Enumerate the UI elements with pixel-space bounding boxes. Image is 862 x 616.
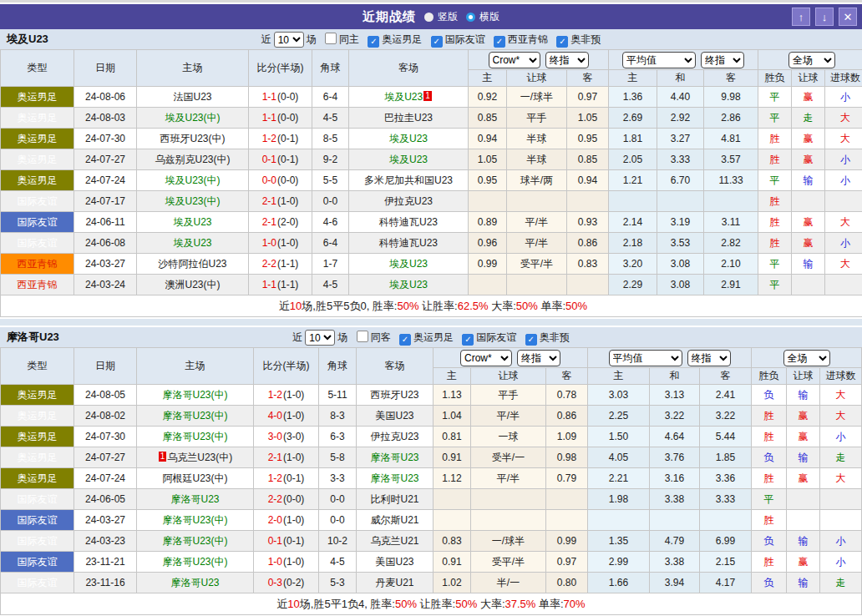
- handicap-odds-cell: 平/半: [507, 233, 567, 254]
- europe-odds-cell: 4.64: [650, 427, 700, 447]
- handicap-stage-select[interactable]: 终指: [545, 52, 589, 68]
- scroll-up-button[interactable]: ↑: [792, 8, 810, 26]
- europe-odds-cell: 3.27: [657, 129, 704, 149]
- result-cell: 小: [820, 427, 862, 447]
- fulltime-score: 4-0: [268, 410, 282, 422]
- handicap-odds-header: Crow*终指: [469, 50, 609, 70]
- corner-score: 5-8: [319, 447, 357, 468]
- match-date: 24-07-30: [74, 129, 137, 149]
- handicap-odds-cell: 0.85: [469, 108, 507, 129]
- title-bar: 近期战绩 竖版 横版 ↑ ↓ ✕: [0, 4, 862, 29]
- result-cell: 赢: [792, 129, 825, 149]
- result-cell: [825, 275, 862, 295]
- handicap-odds-cell: 平/半: [471, 406, 546, 427]
- result-cell: 输: [792, 170, 825, 191]
- match-type-cell: 奥运男足: [1, 87, 74, 108]
- result-cell: 胜: [758, 233, 792, 254]
- handicap-odds-cell: 0.94: [469, 129, 507, 149]
- europe-odds-cell: [588, 510, 650, 531]
- europe-odds-cell: 3.33: [700, 489, 752, 510]
- halftime-score: (3-0): [283, 431, 304, 442]
- handicap-odds-cell: [471, 510, 546, 531]
- fulltime-score: 2-1: [262, 216, 276, 228]
- league-checkbox-olympic[interactable]: [399, 334, 411, 346]
- league-label: 奥运男足: [382, 33, 422, 45]
- same-venue-checkbox[interactable]: [325, 33, 337, 44]
- corner-score: 5-3: [319, 573, 357, 593]
- match-row: 奥运男足24-08-05摩洛哥U23(中)1-2(1-0)5-11西班牙U231…: [1, 385, 862, 406]
- handicap-odds-cell: 0.86: [546, 406, 588, 427]
- down-arrow-icon: ↓: [822, 11, 828, 23]
- result-cell: 胜: [758, 129, 792, 149]
- match-row: 奥运男足24-07-30西班牙U23(中)1-2(0-1)8-5埃及U230.9…: [1, 129, 862, 149]
- result-cell: 输: [787, 573, 820, 593]
- europe-average-select[interactable]: 平均值: [622, 52, 696, 68]
- league-checkbox-afprelim[interactable]: [525, 334, 537, 346]
- league-checkbox-wasia[interactable]: [494, 36, 505, 48]
- league-checkbox-olympic[interactable]: [368, 36, 379, 48]
- result-cell: 平: [758, 170, 792, 191]
- handicap-company-select[interactable]: Crow*: [460, 350, 512, 366]
- away-team: 埃及U23: [349, 254, 469, 275]
- europe-odds-cell: [704, 191, 758, 212]
- europe-odds-cell: 1.21: [609, 170, 657, 191]
- summary-segment: 50%: [565, 300, 587, 312]
- halftime-score: (1-0): [283, 514, 304, 526]
- scope-select[interactable]: 全场: [783, 350, 830, 366]
- horizontal-layout-radio[interactable]: [466, 13, 475, 22]
- match-score: 4-0(1-0): [254, 406, 319, 427]
- result-cell: 胜: [758, 149, 792, 170]
- away-team: 比利时U21: [357, 489, 434, 510]
- europe-odds-cell: 3.11: [704, 212, 758, 233]
- result-cell: 大: [825, 129, 862, 149]
- europe-odds-cell: 3.76: [650, 447, 700, 468]
- match-score: 3-0(3-0): [254, 427, 319, 447]
- handicap-company-select[interactable]: Crow*: [489, 52, 540, 68]
- scope-select[interactable]: 全场: [788, 52, 835, 68]
- handicap-odds-cell: 球半/两: [507, 170, 567, 191]
- result-cell: 胜: [752, 406, 787, 427]
- team-label: 比利时U21: [370, 493, 418, 505]
- corner-score: 1-7: [312, 254, 349, 275]
- europe-average-select[interactable]: 平均值: [609, 350, 682, 366]
- scroll-down-button[interactable]: ↓: [815, 8, 834, 26]
- europe-stage-select[interactable]: 终指: [687, 350, 731, 366]
- match-date: 24-08-02: [74, 406, 137, 427]
- recent-count-select[interactable]: 10: [274, 32, 304, 48]
- match-type-cell: 西亚青锦: [1, 254, 74, 275]
- europe-odds-cell: 3.20: [609, 254, 657, 275]
- europe-odds-cell: 3.94: [650, 573, 700, 593]
- halftime-score: (1-0): [283, 556, 304, 568]
- europe-stage-select[interactable]: 终指: [701, 52, 744, 68]
- recent-count-select[interactable]: 10: [305, 330, 335, 346]
- handicap-odds-cell: 0.85: [567, 149, 609, 170]
- team-label: 埃及U23: [389, 133, 428, 144]
- away-team: 威尔斯U21: [357, 510, 434, 531]
- handicap-stage-select[interactable]: 终指: [517, 350, 560, 366]
- handicap-odds-cell: 0.80: [546, 573, 588, 593]
- home-team: 摩洛哥U23(中): [137, 427, 254, 447]
- handicap-odds-cell: [469, 191, 507, 212]
- league-checkbox-friendly[interactable]: [462, 334, 474, 346]
- match-score: 1-1(0-0): [249, 87, 312, 108]
- handicap-odds-cell: 0.95: [567, 129, 609, 149]
- team-name: 摩洛哥U23: [7, 327, 59, 347]
- vertical-layout-radio[interactable]: [424, 13, 434, 22]
- handicap-odds-cell: 半球: [507, 129, 567, 149]
- result-cell: 走: [820, 447, 862, 468]
- match-row: 西亚青锦24-03-27沙特阿拉伯U232-2(1-1)1-7埃及U230.99…: [1, 254, 862, 275]
- handicap-odds-cell: 一球: [471, 427, 546, 447]
- fulltime-score: 1-1: [262, 112, 276, 124]
- home-team: 乌兹别克U23(中): [137, 149, 249, 170]
- scope-header: 全场: [758, 50, 862, 70]
- team-label: 乌兹别克U23(中): [155, 154, 230, 165]
- away-team: 美国U23: [357, 406, 434, 427]
- europe-odds-cell: 3.22: [650, 406, 700, 427]
- league-checkbox-friendly[interactable]: [431, 36, 443, 48]
- same-venue-checkbox[interactable]: [357, 331, 368, 342]
- europe-odds-cell: 4.40: [657, 87, 704, 108]
- close-button[interactable]: ✕: [839, 8, 857, 26]
- match-type-cell: 奥运男足: [1, 149, 74, 170]
- league-checkbox-afprelim[interactable]: [556, 36, 568, 48]
- away-team: 乌克兰U21: [357, 531, 434, 552]
